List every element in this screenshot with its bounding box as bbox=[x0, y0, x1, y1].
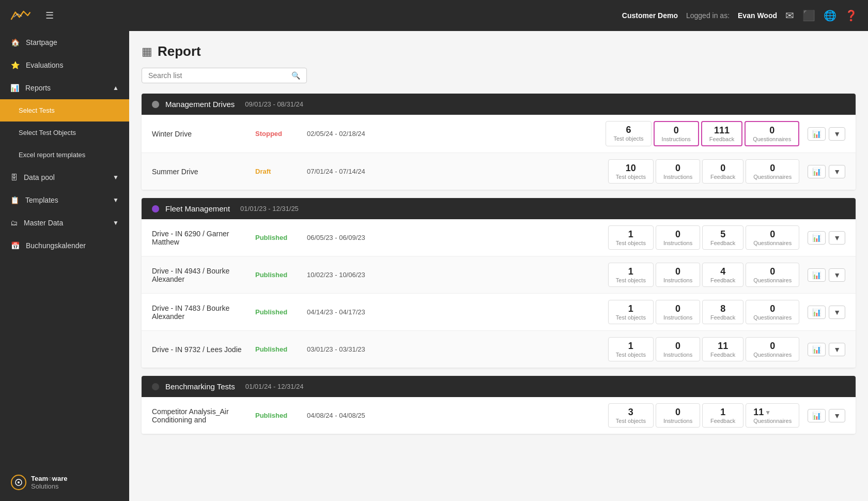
sidebar-item-master-data[interactable]: 🗂 Master Data ▼ bbox=[0, 211, 129, 234]
help-icon[interactable]: ❓ bbox=[845, 9, 858, 22]
expand-button[interactable]: ▼ bbox=[829, 268, 845, 282]
metric-test-objects[interactable]: 1 Test objects bbox=[608, 300, 654, 324]
svg-point-2 bbox=[18, 481, 20, 483]
sidebar-logo-bottom: Team○wareSolutions bbox=[0, 464, 129, 501]
sidebar: 🏠 Startpage ⭐ Evaluations 📊 Reports ▲ Se… bbox=[0, 31, 129, 501]
sidebar-item-reports[interactable]: 📊 Reports ▲ bbox=[0, 77, 129, 99]
app-header: ☰ Customer Demo Logged in as: Evan Wood … bbox=[0, 0, 868, 31]
test-status: Published bbox=[255, 345, 307, 353]
master-data-chevron-icon: ▼ bbox=[113, 219, 119, 226]
metric-instructions[interactable]: 0 Instructions bbox=[656, 263, 700, 287]
metric-feedback[interactable]: 111 Feedback bbox=[701, 121, 742, 146]
sidebar-item-excel-report-templates[interactable]: Excel report templates bbox=[0, 144, 129, 166]
export-button[interactable]: 📊 bbox=[808, 343, 826, 356]
test-dates: 06/05/23 - 06/09/23 bbox=[307, 234, 400, 241]
group-header-benchmarking-tests[interactable]: Benchmarking Tests 01/01/24 - 12/31/24 bbox=[142, 376, 856, 397]
questionnaires-dropdown-icon[interactable]: ▼ bbox=[765, 409, 771, 416]
row-actions: 📊 ▼ bbox=[808, 231, 845, 245]
expand-button[interactable]: ▼ bbox=[829, 231, 845, 245]
sidebar-item-templates[interactable]: 📋 Templates ▼ bbox=[0, 189, 129, 211]
metric-instructions[interactable]: 0 Instructions bbox=[656, 300, 700, 324]
expand-button[interactable]: ▼ bbox=[829, 127, 845, 141]
search-input[interactable] bbox=[148, 71, 291, 80]
export-button[interactable]: 📊 bbox=[808, 409, 826, 422]
test-status: Draft bbox=[255, 168, 307, 175]
expand-button[interactable]: ▼ bbox=[829, 165, 845, 178]
metric-instructions[interactable]: 0 Instructions bbox=[656, 403, 700, 428]
metric-instructions[interactable]: 0 Instructions bbox=[656, 225, 700, 250]
row-actions: 📊 ▼ bbox=[808, 127, 845, 141]
page-title: Report bbox=[158, 43, 201, 59]
sidebar-item-data-pool[interactable]: 🗄 Data pool ▼ bbox=[0, 166, 129, 189]
table-row: Competitor Analysis_Air Conditioning and… bbox=[142, 397, 856, 434]
test-name: Drive - IN 7483 / Bourke Alexander bbox=[152, 304, 255, 321]
metric-instructions[interactable]: 0 Instructions bbox=[654, 121, 699, 146]
sidebar-item-select-test-objects[interactable]: Select Test Objects bbox=[0, 122, 129, 144]
export-button[interactable]: 📊 bbox=[808, 306, 826, 319]
expand-button[interactable]: ▼ bbox=[829, 409, 845, 422]
sidebar-item-startpage[interactable]: 🏠 Startpage bbox=[0, 31, 129, 54]
export-button[interactable]: 📊 bbox=[808, 231, 826, 245]
search-bar[interactable]: 🔍 bbox=[142, 68, 307, 83]
search-icon: 🔍 bbox=[291, 71, 300, 80]
sidebar-item-evaluations[interactable]: ⭐ Evaluations bbox=[0, 54, 129, 77]
test-status: Published bbox=[255, 271, 307, 279]
test-name: Summer Drive bbox=[152, 168, 255, 176]
expand-button[interactable]: ▼ bbox=[829, 306, 845, 319]
metric-test-objects[interactable]: 1 Test objects bbox=[608, 337, 654, 361]
metric-questionnaires[interactable]: 0 Questionnaires bbox=[746, 225, 799, 250]
globe-icon[interactable]: 🌐 bbox=[824, 9, 836, 22]
sidebar-label-data-pool: Data pool bbox=[24, 173, 55, 181]
metric-instructions[interactable]: 0 Instructions bbox=[656, 337, 700, 361]
metric-questionnaires[interactable]: 11▼ Questionnaires bbox=[746, 403, 799, 428]
metric-questionnaires[interactable]: 0 Questionnaires bbox=[746, 263, 799, 287]
test-dates: 10/02/23 - 10/06/23 bbox=[307, 271, 400, 279]
metric-test-objects[interactable]: 3 Test objects bbox=[608, 403, 654, 428]
row-actions: 📊 ▼ bbox=[808, 409, 845, 422]
metric-feedback[interactable]: 11 Feedback bbox=[702, 337, 743, 361]
export-button[interactable]: 📊 bbox=[808, 165, 826, 178]
group-header-fleet-management[interactable]: Fleet Management 01/01/23 - 12/31/25 bbox=[142, 198, 856, 219]
row-actions: 📊 ▼ bbox=[808, 343, 845, 356]
table-row: Winter Drive Stopped 02/05/24 - 02/18/24… bbox=[142, 115, 856, 153]
table-row: Drive - IN 6290 / Garner Matthew Publish… bbox=[142, 219, 856, 256]
metric-feedback[interactable]: 8 Feedback bbox=[702, 300, 743, 324]
export-button[interactable]: 📊 bbox=[808, 268, 826, 282]
sidebar-item-buchungskalender[interactable]: 📅 Buchungskalender bbox=[0, 234, 129, 257]
test-metrics: 1 Test objects 0 Instructions 11 Feedbac… bbox=[608, 337, 799, 361]
expand-button[interactable]: ▼ bbox=[829, 343, 845, 356]
username-label: Evan Wood bbox=[738, 11, 777, 20]
metric-questionnaires[interactable]: 0 Questionnaires bbox=[746, 300, 799, 324]
metric-questionnaires[interactable]: 0 Questionnaires bbox=[745, 121, 799, 146]
row-actions: 📊 ▼ bbox=[808, 306, 845, 319]
metric-test-objects[interactable]: 1 Test objects bbox=[608, 225, 654, 250]
table-row: Drive - IN 9732 / Lees Jodie Published 0… bbox=[142, 331, 856, 368]
metric-feedback[interactable]: 0 Feedback bbox=[702, 159, 743, 184]
sidebar-label-master-data: Master Data bbox=[24, 219, 63, 227]
test-dates: 07/01/24 - 07/14/24 bbox=[307, 168, 400, 175]
sidebar-item-select-tests[interactable]: Select Tests bbox=[0, 99, 129, 122]
group-header-management-drives[interactable]: Management Drives 09/01/23 - 08/31/24 bbox=[142, 94, 856, 115]
sidebar-label-startpage: Startpage bbox=[26, 38, 57, 47]
sidebar-label-excel-report-templates: Excel report templates bbox=[19, 151, 85, 159]
metric-test-objects[interactable]: 1 Test objects bbox=[608, 263, 654, 287]
metric-questionnaires[interactable]: 0 Questionnaires bbox=[746, 337, 799, 361]
logout-icon[interactable]: ⬛ bbox=[802, 9, 815, 22]
metric-test-objects[interactable]: 10 Test objects bbox=[608, 159, 654, 184]
metric-test-objects[interactable]: 6 Test objects bbox=[606, 121, 651, 146]
export-button[interactable]: 📊 bbox=[808, 127, 826, 141]
metric-questionnaires[interactable]: 0 Questionnaires bbox=[746, 159, 799, 184]
sidebar-label-templates: Templates bbox=[25, 196, 58, 204]
sidebar-label-reports: Reports bbox=[25, 84, 51, 92]
metric-feedback[interactable]: 1 Feedback bbox=[702, 403, 743, 428]
table-row: Summer Drive Draft 07/01/24 - 07/14/24 1… bbox=[142, 153, 856, 190]
test-dates: 03/01/23 - 03/31/23 bbox=[307, 345, 400, 353]
mail-icon[interactable]: ✉ bbox=[785, 9, 794, 22]
group-name-benchmarking-tests: Benchmarking Tests bbox=[165, 382, 235, 391]
metric-feedback[interactable]: 4 Feedback bbox=[702, 263, 743, 287]
metric-instructions[interactable]: 0 Instructions bbox=[656, 159, 700, 184]
test-name: Drive - IN 4943 / Bourke Alexander bbox=[152, 267, 255, 283]
groups-container: Management Drives 09/01/23 - 08/31/24 Wi… bbox=[142, 94, 856, 434]
sidebar-toggle-icon[interactable]: ☰ bbox=[45, 10, 54, 21]
metric-feedback[interactable]: 5 Feedback bbox=[702, 225, 743, 250]
